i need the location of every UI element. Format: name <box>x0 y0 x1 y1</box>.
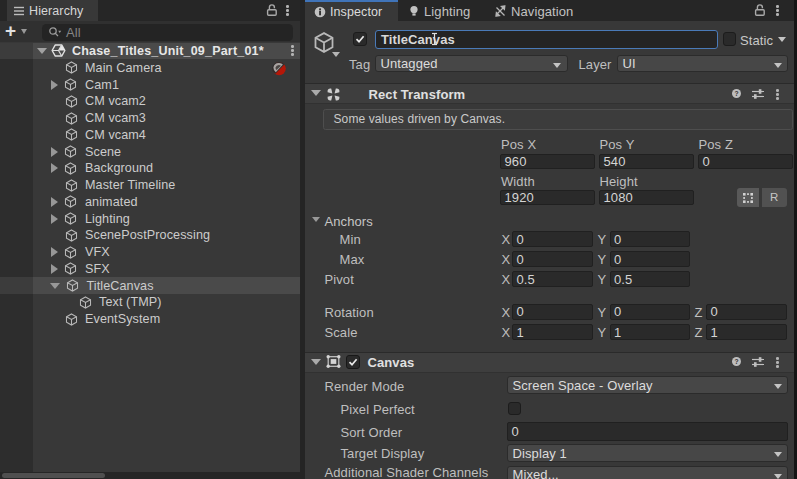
svg-text:?: ? <box>734 89 738 96</box>
svg-text:?: ? <box>734 357 738 364</box>
